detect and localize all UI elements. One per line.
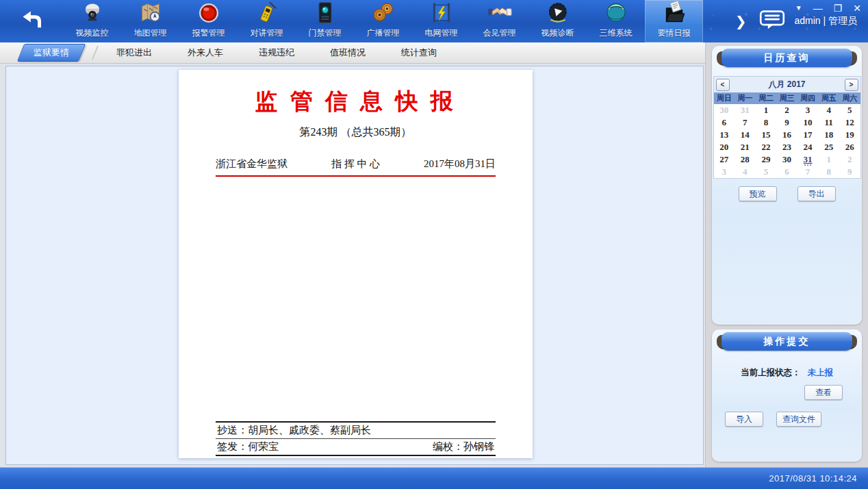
calendar-day[interactable]: 4: [735, 166, 756, 178]
calendar-day-header: 周日: [714, 92, 735, 104]
calendar-next-month-button[interactable]: >: [845, 79, 858, 91]
calendar-week-row: 13141516171819: [714, 129, 860, 141]
calendar-day[interactable]: 10: [797, 116, 819, 129]
calendar-day[interactable]: 12: [839, 116, 860, 129]
report-footer-bottom-rule: [216, 455, 496, 456]
calendar-day[interactable]: 5: [839, 104, 860, 116]
import-button[interactable]: 导入: [725, 412, 763, 427]
calendar-day[interactable]: 5: [756, 166, 777, 178]
tab-divider: [92, 46, 99, 60]
toolbar-item-map-management[interactable]: 地图管理: [121, 0, 179, 42]
lightning-icon: [429, 0, 455, 26]
calendar-day[interactable]: 25: [818, 141, 839, 153]
calendar-day[interactable]: 9: [839, 166, 860, 178]
calendar-nav: < 八月 2017 >: [714, 77, 860, 92]
tab-duty-status[interactable]: 值班情况: [312, 42, 383, 63]
toolbar-item-video-diagnosis[interactable]: 视频诊断: [528, 0, 587, 42]
view-button-row: 查看: [712, 385, 862, 400]
toolbar-item-video-surveillance[interactable]: 视频监控: [63, 0, 121, 42]
report-issue-line: 第243期 （总共365期）: [179, 125, 533, 140]
toolbar-item-daily-report[interactable]: 要情日报: [645, 0, 703, 42]
calendar-day[interactable]: 6: [714, 116, 735, 129]
tab-prison-briefing[interactable]: 监狱要情: [17, 44, 86, 62]
calendar-day[interactable]: 7: [797, 166, 819, 178]
calendar-day[interactable]: 3: [797, 104, 819, 116]
report-date: 2017年08月31日: [424, 158, 496, 171]
calendar-day[interactable]: 19: [839, 129, 860, 141]
report-status-row: 当前上报状态： 未上报: [712, 367, 862, 379]
toolbar-item-access-control[interactable]: 门禁管理: [296, 0, 354, 42]
toolbar-item-label: 广播管理: [367, 27, 400, 39]
report-title: 监 管 信 息 快 报: [179, 86, 533, 117]
report-meta-row: 浙江省金华监狱 指 挥 中 心 2017年08月31日: [216, 158, 496, 177]
close-icon[interactable]: ✕: [853, 3, 861, 13]
calendar-panel: 日历查询 < 八月 2017 > 周日周一周二周三周四周五周六 30311234…: [712, 46, 862, 325]
minimize-icon[interactable]: —: [813, 3, 823, 13]
calendar-day-selected[interactable]: 31: [797, 153, 819, 166]
maximize-icon[interactable]: ❐: [834, 3, 843, 13]
calendar-day[interactable]: 3: [714, 166, 735, 178]
calendar-day[interactable]: 13: [714, 129, 735, 141]
calendar-day-header: 周四: [797, 92, 819, 104]
calendar-day[interactable]: 31: [735, 104, 756, 116]
calendar-day[interactable]: 16: [776, 129, 797, 141]
calendar-day[interactable]: 7: [735, 116, 756, 129]
calendar-day[interactable]: 8: [756, 116, 777, 129]
view-button[interactable]: 查看: [804, 385, 843, 400]
toolbar-item-meeting-management[interactable]: 会见管理: [470, 0, 528, 42]
export-button[interactable]: 导出: [797, 186, 836, 201]
calendar-day-header: 周二: [756, 92, 777, 104]
calendar-day[interactable]: 17: [797, 129, 819, 141]
calendar-day[interactable]: 6: [776, 166, 797, 178]
toolbar-item-label: 门禁管理: [309, 27, 342, 39]
calendar-day[interactable]: 2: [776, 104, 797, 116]
tab-inmate-in-out[interactable]: 罪犯进出: [99, 42, 170, 63]
back-button[interactable]: [0, 0, 63, 42]
calendar-prev-month-button[interactable]: <: [716, 79, 730, 91]
calendar-day[interactable]: 29: [756, 153, 777, 166]
clock-timestamp: 2017/08/31 10:14:24: [769, 473, 857, 484]
body-row: 监狱要情罪犯进出外来人车违规违纪值班情况统计查询 监 管 信 息 快 报 第24…: [0, 42, 868, 467]
toolbar-item-intercom-management[interactable]: 对讲管理: [238, 0, 296, 42]
tab-visitor-vehicles[interactable]: 外来人车: [170, 42, 241, 63]
tab-bar: 监狱要情罪犯进出外来人车违规违纪值班情况统计查询: [0, 42, 705, 64]
calendar-day[interactable]: 22: [756, 141, 777, 153]
calendar-day[interactable]: 30: [776, 153, 797, 166]
calendar-day[interactable]: 24: [797, 141, 819, 153]
toolbar-item-3d-system[interactable]: 三维系统: [587, 0, 645, 42]
calendar-month-label: 八月 2017: [730, 79, 845, 90]
calendar-day[interactable]: 14: [735, 129, 756, 141]
calendar-day[interactable]: 15: [756, 129, 777, 141]
alarm-button-icon: [196, 0, 222, 26]
calendar-day[interactable]: 20: [714, 141, 735, 153]
calendar-day[interactable]: 18: [818, 129, 839, 141]
calendar-grid: 3031123456789101112131415161718192021222…: [714, 104, 860, 178]
expand-more-icon[interactable]: ❯: [735, 13, 747, 29]
calendar-day[interactable]: 23: [776, 141, 797, 153]
message-icon[interactable]: [758, 10, 786, 33]
calendar-day[interactable]: 1: [756, 104, 777, 116]
calendar-day-header: 周六: [839, 92, 860, 104]
calendar-day[interactable]: 11: [818, 116, 839, 129]
toolbar-item-broadcast-management[interactable]: 广播管理: [354, 0, 412, 42]
camera-icon: [79, 0, 105, 26]
calendar-day[interactable]: 2: [839, 153, 860, 166]
calendar-day[interactable]: 1: [818, 153, 839, 166]
calendar-day[interactable]: 8: [818, 166, 839, 178]
calendar-day[interactable]: 26: [839, 141, 860, 153]
toolbar-item-powergrid-management[interactable]: 电网管理: [412, 0, 470, 42]
toolbar-item-alarm-management[interactable]: 报警管理: [179, 0, 238, 42]
calendar-day[interactable]: 30: [714, 104, 735, 116]
toolbar-item-label: 对讲管理: [251, 27, 283, 39]
tab-statistics-query[interactable]: 统计查询: [383, 42, 455, 63]
tab-violations[interactable]: 违规违纪: [241, 42, 312, 63]
preview-button[interactable]: 预览: [739, 186, 777, 201]
calendar-day[interactable]: 27: [714, 153, 735, 166]
collapse-icon[interactable]: ▼: [795, 3, 802, 13]
calendar-day[interactable]: 4: [818, 104, 839, 116]
calendar-day[interactable]: 21: [735, 141, 756, 153]
calendar-day[interactable]: 28: [735, 153, 756, 166]
query-file-button[interactable]: 查询文件: [776, 412, 821, 427]
calendar-week-row: 272829303112: [714, 153, 860, 166]
calendar-day[interactable]: 9: [776, 116, 797, 129]
